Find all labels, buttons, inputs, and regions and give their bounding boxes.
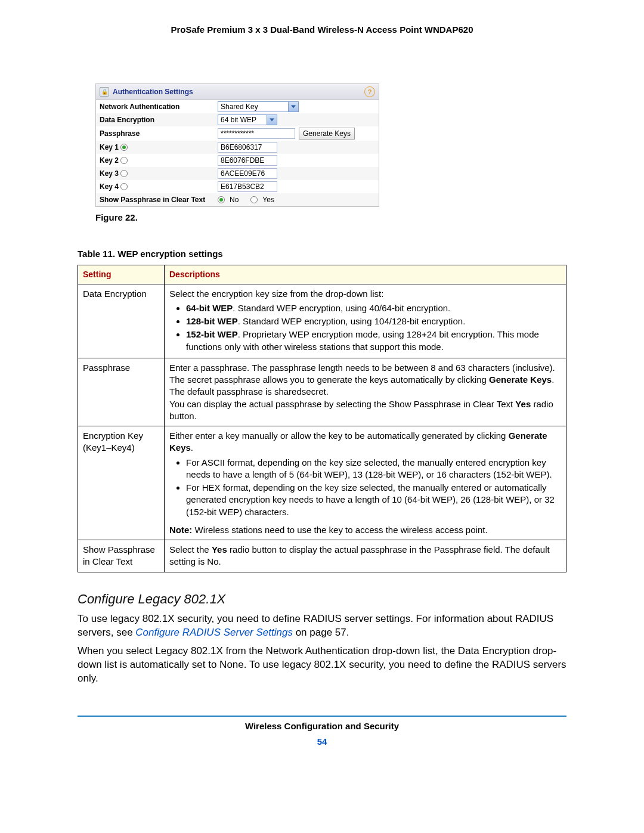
section-paragraph: When you select Legacy 802.1X from the N…: [78, 645, 566, 686]
section-heading: Configure Legacy 802.1X: [78, 590, 566, 608]
page-number: 54: [78, 736, 566, 748]
cell-setting: Passphrase: [78, 358, 165, 426]
cell-desc: Either enter a key manually or allow the…: [165, 426, 566, 540]
key1-radio[interactable]: [120, 144, 128, 151]
key3-input[interactable]: [218, 168, 277, 179]
key4-input[interactable]: [218, 181, 277, 192]
key2-label: Key 2: [100, 156, 119, 165]
net-auth-label: Network Authentication: [100, 102, 218, 112]
section-paragraph: To use legacy 802.1X security, you need …: [78, 612, 566, 640]
passphrase-label: Passphrase: [100, 129, 218, 138]
wep-settings-table: Setting Descriptions Data Encryption Sel…: [78, 265, 566, 572]
cell-setting: Show Passphrase in Clear Text: [78, 540, 165, 572]
panel-header: 🔒 Authentication Settings ?: [96, 84, 379, 100]
data-enc-label: Data Encryption: [100, 115, 218, 125]
data-enc-select[interactable]: 64 bit WEP: [218, 114, 277, 125]
key1-input[interactable]: [218, 142, 277, 153]
panel-title: Authentication Settings: [113, 87, 364, 97]
net-auth-select[interactable]: Shared Key: [218, 101, 299, 112]
net-auth-value: Shared Key: [221, 102, 258, 112]
cell-setting: Encryption Key (Key1–Key4): [78, 426, 165, 540]
key4-label: Key 4: [100, 182, 119, 191]
footer-text: Wireless Configuration and Security: [78, 720, 566, 732]
opt-no: No: [230, 195, 239, 205]
panel-body: Network Authentication Shared Key Data E…: [96, 100, 379, 206]
cell-desc: Select the encryption key size from the …: [165, 284, 566, 358]
opt-yes: Yes: [262, 195, 274, 205]
cross-ref-link[interactable]: Configure RADIUS Server Settings: [135, 627, 293, 638]
key2-radio[interactable]: [120, 157, 128, 164]
key3-radio[interactable]: [120, 170, 128, 177]
key3-label: Key 3: [100, 169, 119, 178]
chevron-down-icon: [270, 119, 274, 122]
cell-desc: Select the Yes radio button to display t…: [165, 540, 566, 572]
help-icon[interactable]: ?: [364, 86, 375, 97]
footer-rule: [78, 716, 566, 717]
key2-input[interactable]: [218, 155, 277, 166]
chevron-down-icon: [291, 106, 296, 109]
document-header: ProSafe Premium 3 x 3 Dual-Band Wireless…: [78, 24, 566, 36]
data-enc-value: 64 bit WEP: [221, 115, 256, 125]
cell-desc: Enter a passphrase. The passphrase lengt…: [165, 358, 566, 426]
th-desc: Descriptions: [165, 265, 566, 284]
th-setting: Setting: [78, 265, 165, 284]
show-pass-label: Show Passphrase in Clear Text: [100, 195, 218, 205]
auth-settings-screenshot: 🔒 Authentication Settings ? Network Auth…: [95, 83, 379, 207]
padlock-icon: 🔒: [100, 87, 109, 97]
passphrase-input[interactable]: [218, 128, 295, 139]
document-page: ProSafe Premium 3 x 3 Dual-Band Wireless…: [0, 0, 644, 833]
show-pass-yes-radio[interactable]: [250, 196, 258, 203]
figure-caption: Figure 22.: [95, 212, 566, 224]
table-row: Data Encryption Select the encryption ke…: [78, 284, 566, 358]
cell-setting: Data Encryption: [78, 284, 165, 358]
table-row: Encryption Key (Key1–Key4) Either enter …: [78, 426, 566, 540]
key4-radio[interactable]: [120, 183, 128, 190]
key1-label: Key 1: [100, 143, 119, 152]
table-row: Passphrase Enter a passphrase. The passp…: [78, 358, 566, 426]
show-pass-no-radio[interactable]: [218, 196, 225, 203]
table-title: Table 11. WEP encryption settings: [78, 248, 566, 260]
table-row: Show Passphrase in Clear Text Select the…: [78, 540, 566, 572]
generate-keys-button[interactable]: Generate Keys: [299, 128, 355, 140]
